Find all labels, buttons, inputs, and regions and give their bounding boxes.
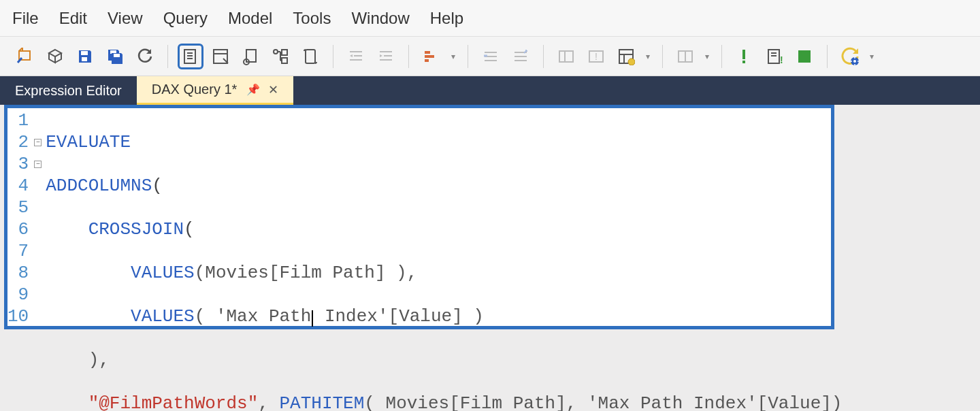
code-content[interactable]: EVALUATE ADDCOLUMNS( CROSSJOIN( VALUES(M…	[42, 108, 846, 411]
svg-rect-40	[679, 51, 685, 62]
close-icon[interactable]: ✕	[268, 82, 278, 97]
svg-rect-42	[742, 50, 745, 59]
comment-button[interactable]	[478, 44, 504, 69]
perspective-dropdown[interactable]: ▾	[702, 44, 712, 69]
error-indicator-icon	[732, 44, 757, 69]
deploy-button[interactable]	[238, 44, 263, 69]
panel-left-button[interactable]	[553, 44, 579, 69]
svg-rect-41	[685, 51, 692, 62]
menu-window[interactable]: Window	[351, 9, 409, 28]
svg-rect-2	[82, 57, 87, 61]
toolbar-separator	[543, 45, 544, 68]
query-builder-button[interactable]	[613, 44, 639, 69]
tab-label: Expression Editor	[15, 83, 122, 99]
toolbar-separator	[721, 45, 722, 68]
menu-file[interactable]: File	[12, 9, 39, 28]
svg-rect-48	[798, 50, 811, 63]
text-caret	[312, 310, 313, 327]
status-square-icon	[791, 44, 817, 69]
menu-view[interactable]: View	[108, 9, 143, 28]
toolbar-separator	[167, 45, 168, 68]
pin-icon[interactable]: 📌	[246, 83, 260, 96]
svg-rect-32	[559, 51, 573, 62]
svg-text:!: !	[595, 51, 598, 62]
toolbar-separator	[662, 45, 663, 68]
svg-rect-4	[114, 54, 120, 57]
uncomment-button[interactable]	[508, 44, 534, 69]
new-query-button[interactable]	[178, 44, 203, 69]
save-button[interactable]	[72, 44, 98, 69]
toolbar-separator	[468, 45, 468, 68]
svg-rect-1	[81, 51, 88, 55]
toolbar-separator	[827, 45, 828, 68]
svg-point-39	[628, 59, 635, 65]
editor-area: 1 2 3 4 5 6 7 8 9 10 − − EVALUATE ADDCOL…	[0, 105, 980, 411]
query-builder-dropdown[interactable]: ▾	[643, 44, 653, 69]
refresh-preview-dropdown[interactable]: ▾	[867, 44, 877, 69]
menu-bar: File Edit View Query Model Tools Window …	[0, 0, 980, 37]
format-dax-button[interactable]	[419, 44, 444, 69]
refresh-preview-button[interactable]	[837, 44, 863, 69]
increase-indent-button[interactable]	[373, 44, 399, 69]
refresh-button[interactable]	[132, 44, 158, 69]
svg-rect-16	[306, 50, 315, 63]
new-file-button[interactable]	[12, 44, 38, 69]
toolbar: ▾ ! ▾ ▾ ! ▾	[0, 37, 980, 76]
menu-help[interactable]: Help	[430, 9, 463, 28]
menu-query[interactable]: Query	[163, 9, 208, 28]
svg-rect-43	[742, 61, 745, 63]
svg-rect-23	[425, 51, 430, 54]
fold-gutter: − −	[34, 108, 42, 411]
svg-point-50	[853, 60, 856, 63]
svg-rect-14	[282, 50, 287, 55]
toolbar-separator	[333, 45, 333, 68]
relationship-button[interactable]	[267, 44, 293, 69]
menu-edit[interactable]: Edit	[59, 9, 87, 28]
tab-label: DAX Query 1*	[152, 82, 238, 97]
script-button[interactable]	[297, 44, 323, 69]
svg-rect-15	[282, 58, 287, 63]
line-number-gutter: 1 2 3 4 5 6 7 8 9 10	[7, 108, 34, 411]
menu-model[interactable]: Model	[228, 9, 272, 28]
svg-point-13	[274, 50, 278, 54]
tab-expression-editor[interactable]: Expression Editor	[0, 76, 137, 105]
save-all-button[interactable]	[102, 44, 128, 69]
sql-trace-button[interactable]	[208, 44, 233, 69]
svg-rect-25	[425, 59, 429, 62]
svg-text:!: !	[780, 54, 783, 65]
fold-toggle-icon[interactable]: −	[34, 139, 42, 146]
decrease-indent-button[interactable]	[343, 44, 369, 69]
toolbar-separator	[408, 45, 409, 68]
tab-strip: Expression Editor DAX Query 1* 📌 ✕	[0, 76, 980, 105]
bpa-button[interactable]: !	[762, 44, 787, 69]
perspective-button[interactable]	[672, 44, 698, 69]
fold-toggle-icon[interactable]: −	[34, 161, 42, 168]
format-dax-dropdown[interactable]: ▾	[448, 44, 458, 69]
tab-dax-query-1[interactable]: DAX Query 1* 📌 ✕	[137, 76, 294, 105]
open-model-button[interactable]	[42, 44, 68, 69]
warning-panel-button[interactable]: !	[583, 44, 609, 69]
code-editor[interactable]: 1 2 3 4 5 6 7 8 9 10 − − EVALUATE ADDCOL…	[4, 105, 834, 329]
svg-rect-24	[425, 55, 434, 58]
menu-tools[interactable]: Tools	[293, 9, 331, 28]
